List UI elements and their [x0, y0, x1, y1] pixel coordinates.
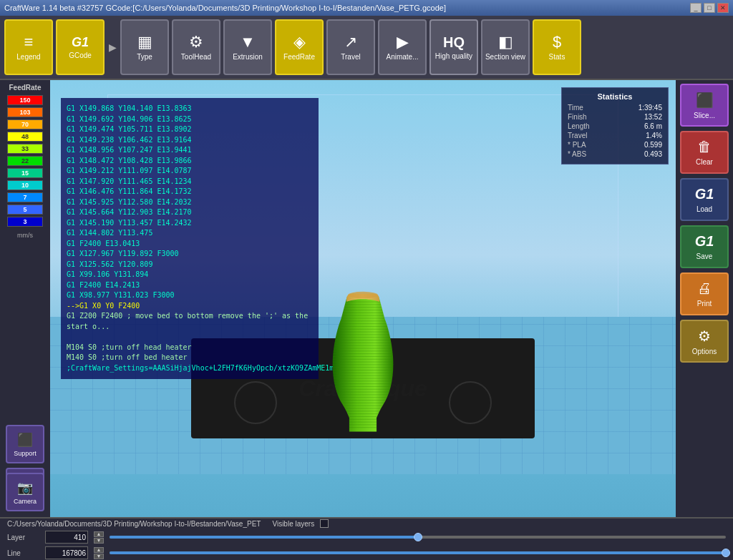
options-icon: ⚙ [698, 328, 711, 345]
feedrate-bar-7: 7 [7, 192, 43, 202]
gcode-icon: G1 [72, 36, 89, 49]
feedrate-bar-15: 15 [7, 168, 43, 178]
titlebar: CraftWare 1.14 beta #32757 GCode:[C:/Use… [0, 0, 733, 16]
stats-finish-label: Finish [568, 113, 587, 121]
main-area: FeedRate 150 103 70 48 33 22 15 10 7 5 3… [0, 80, 733, 517]
feedrate-bar-103: 103 [7, 107, 43, 117]
filepath-text: C:/Users/Yolanda/Documents/3D Printing/W… [7, 520, 261, 528]
layer-label: Layer [7, 534, 39, 541]
toolbar-extrusion-button[interactable]: ▼ Extrusion [223, 19, 272, 75]
toolbar-animate-label: Animate... [386, 53, 418, 61]
stats-row-travel: Travel 1.4% [568, 132, 662, 139]
viewport[interactable]: Craftunique G1 X149.868 Y104.140 E13.836… [50, 80, 676, 517]
stats-time-label: Time [568, 104, 583, 112]
feedrate-legend-title: FeedRate [9, 84, 41, 92]
layer-slider-fill [110, 536, 418, 539]
bed-mark-right [449, 381, 492, 424]
line-row: Line ▲ ▼ [7, 546, 726, 559]
toolbar-type-button[interactable]: ▦ Type [120, 19, 169, 75]
print-label: Print [697, 300, 712, 308]
stats-row-pla: * PLA 0.599 [568, 141, 662, 149]
stats-row-time: Time 1:39:45 [568, 104, 662, 112]
bed-mark-left [234, 381, 277, 424]
toolbar-animate-button[interactable]: ▶ Animate... [378, 19, 427, 75]
save-button[interactable]: G1 Save [680, 225, 729, 268]
print-icon: 🖨 [697, 280, 712, 297]
visible-layers-checkbox[interactable] [320, 519, 329, 528]
visible-layers-label: Visible layers [272, 520, 314, 528]
toolbar-legend-label: Legend [16, 53, 40, 61]
stats-travel-value: 1.4% [646, 132, 662, 139]
load-button[interactable]: G1 Load [680, 178, 729, 221]
stats-time-value: 1:39:45 [639, 104, 662, 112]
line-slider[interactable] [110, 551, 726, 554]
feedrate-bar-5: 5 [7, 205, 43, 215]
slice-button[interactable]: ⬛ Slice... [680, 84, 729, 127]
titlebar-controls: _ □ ✕ [690, 3, 729, 13]
right-panel: ⬛ Slice... 🗑 Clear G1 Load G1 Save 🖨 Pri… [676, 80, 733, 517]
line-increment-button[interactable]: ▲ [94, 547, 104, 553]
toolbar: ≡ Legend G1 GCode ▶ ▦ Type ⚙ ToolHead ▼ … [0, 16, 733, 80]
layer-slider[interactable] [110, 536, 726, 539]
stats-finish-value: 13:52 [644, 113, 662, 121]
toolbar-travel-button[interactable]: ↗ Travel [326, 19, 375, 75]
line-input[interactable] [45, 546, 88, 559]
filepath-row: C:/Users/Yolanda/Documents/3D Printing/W… [7, 519, 726, 528]
options-label: Options [692, 348, 717, 355]
slice-icon: ⬛ [696, 92, 714, 109]
stats-pla-label: * PLA [568, 141, 586, 149]
clear-icon: 🗑 [697, 139, 712, 155]
line-stepper: ▲ ▼ [94, 547, 104, 559]
toolbar-section-button[interactable]: ◧ Section view [481, 19, 530, 75]
toolbar-gcode-label: GCode [69, 51, 92, 59]
maximize-button[interactable]: □ [704, 3, 715, 13]
toolbar-gcode-button[interactable]: G1 GCode [56, 19, 105, 75]
left-panel: FeedRate 150 103 70 48 33 22 15 10 7 5 3… [0, 80, 50, 517]
bottom-bar: C:/Users/Yolanda/Documents/3D Printing/W… [0, 517, 733, 560]
line-decrement-button[interactable]: ▼ [94, 554, 104, 559]
toolbar-section-label: Section view [485, 53, 525, 61]
support-icon: ⬛ [17, 432, 33, 448]
stats-abs-label: * ABS [568, 150, 586, 158]
layer-input[interactable] [45, 531, 88, 544]
feedrate-bar-22: 22 [7, 156, 43, 166]
options-button[interactable]: ⚙ Options [680, 320, 729, 363]
stats-title: Statistics [568, 92, 662, 101]
stats-row-abs: * ABS 0.493 [568, 150, 662, 158]
layer-slider-thumb[interactable] [414, 533, 422, 541]
toolbar-extrusion-label: Extrusion [233, 53, 263, 61]
vase-model [320, 288, 406, 438]
toolbar-feedrate-button[interactable]: ◈ FeedRate [275, 19, 324, 75]
toolbar-stats-button[interactable]: $ Stats [533, 19, 581, 75]
minimize-button[interactable]: _ [690, 3, 702, 13]
print-button[interactable]: 🖨 Print [680, 272, 729, 315]
feedrate-bar-70: 70 [7, 119, 43, 129]
feedrate-bar-10: 10 [7, 180, 43, 190]
toolbar-toolhead-label: ToolHead [181, 53, 211, 61]
save-icon: G1 [695, 233, 714, 250]
support-button[interactable]: ⬛ Support [6, 425, 44, 463]
load-label: Load [696, 205, 712, 213]
vase-svg [320, 288, 406, 438]
stats-icon: $ [553, 34, 561, 50]
toolbar-toolhead-button[interactable]: ⚙ ToolHead [172, 19, 220, 75]
travel-icon: ↗ [344, 34, 357, 50]
close-button[interactable]: ✕ [717, 3, 729, 13]
clear-label: Clear [696, 158, 713, 166]
feedrate-bar-3: 3 [7, 217, 43, 227]
clear-button[interactable]: 🗑 Clear [680, 131, 729, 174]
save-label: Save [696, 252, 713, 260]
toolbar-hq-button[interactable]: HQ High quality [429, 19, 478, 75]
camera-button[interactable]: 📷 Camera [6, 473, 44, 511]
toolbar-stats-label: Stats [549, 53, 565, 61]
toolbar-legend-button[interactable]: ≡ Legend [4, 19, 53, 75]
support-label: Support [14, 450, 37, 457]
layer-increment-button[interactable]: ▲ [94, 531, 104, 537]
load-icon: G1 [695, 186, 714, 202]
line-slider-thumb[interactable] [722, 549, 730, 557]
legend-icon: ≡ [24, 34, 34, 50]
layer-decrement-button[interactable]: ▼ [94, 538, 104, 544]
toolbar-type-label: Type [137, 53, 152, 61]
layer-row: Layer ▲ ▼ [7, 531, 726, 544]
stats-pla-value: 0.599 [644, 141, 662, 149]
